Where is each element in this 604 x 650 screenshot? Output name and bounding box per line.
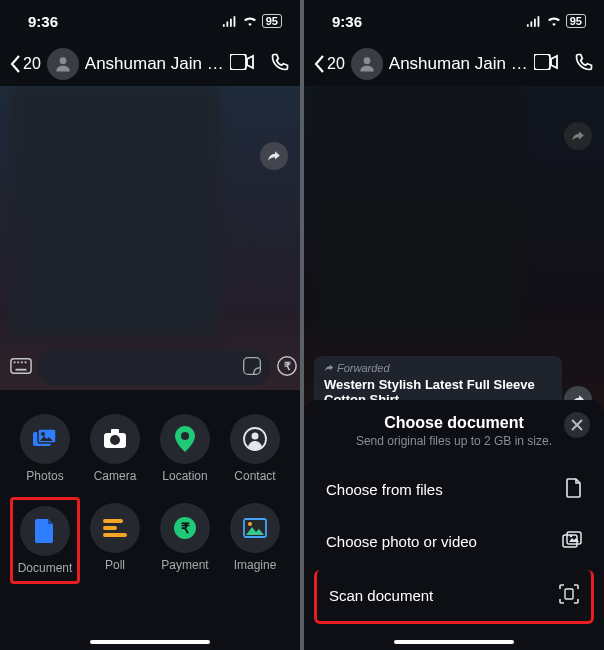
svg-rect-7 xyxy=(16,369,27,371)
sticker-icon[interactable] xyxy=(242,356,262,380)
attach-camera-label: Camera xyxy=(94,469,137,483)
forward-button[interactable] xyxy=(260,142,288,170)
svg-point-23 xyxy=(252,433,259,440)
message-input[interactable] xyxy=(46,360,236,377)
option-scan-document[interactable]: Scan document xyxy=(314,570,594,624)
keyboard-icon[interactable] xyxy=(10,357,32,379)
attach-contact[interactable]: Contact xyxy=(220,408,290,489)
status-right: 95 xyxy=(222,13,282,30)
battery-status: 95 xyxy=(566,14,586,28)
chat-header: 20 Anshuman Jain (My... xyxy=(304,42,604,86)
phone-screenshot-right: 9:36 95 20 Anshuman Jain (My... xyxy=(304,0,604,650)
attach-location-label: Location xyxy=(162,469,207,483)
document-sheet: Choose document Send original files up t… xyxy=(304,400,604,650)
svg-rect-32 xyxy=(534,54,550,70)
svg-rect-8 xyxy=(244,358,261,375)
rupee-icon[interactable]: ₹ xyxy=(276,355,298,381)
svg-rect-6 xyxy=(25,361,27,363)
svg-rect-4 xyxy=(17,361,19,363)
avatar[interactable] xyxy=(351,48,383,80)
video-call-icon[interactable] xyxy=(230,54,254,74)
message-composer[interactable] xyxy=(38,350,270,386)
voice-call-icon[interactable] xyxy=(574,52,594,76)
attach-photos[interactable]: Photos xyxy=(10,408,80,489)
chat-header: 20 Anshuman Jain (My... xyxy=(0,42,300,86)
svg-rect-36 xyxy=(565,589,573,599)
attachment-panel: Photos Camera Location Contact Document xyxy=(0,390,300,650)
gallery-icon xyxy=(562,531,582,552)
attach-location[interactable]: Location xyxy=(150,408,220,489)
chat-name[interactable]: Anshuman Jain (My... xyxy=(389,54,528,74)
attach-payment[interactable]: ₹ Payment xyxy=(150,497,220,584)
status-time: 9:36 xyxy=(28,13,58,30)
chat-name[interactable]: Anshuman Jain (My... xyxy=(85,54,224,74)
scan-icon xyxy=(559,584,579,607)
svg-point-31 xyxy=(363,57,370,64)
battery-level: 95 xyxy=(566,14,586,28)
battery-level: 95 xyxy=(262,14,282,28)
svg-rect-24 xyxy=(103,519,123,523)
message-bubble-blurred xyxy=(10,88,220,338)
home-indicator[interactable] xyxy=(90,640,210,644)
svg-rect-3 xyxy=(14,361,16,363)
back-button[interactable]: 20 xyxy=(10,55,41,73)
option-label: Scan document xyxy=(329,587,433,604)
svg-text:₹: ₹ xyxy=(284,360,291,372)
attach-contact-label: Contact xyxy=(234,469,275,483)
battery-status: 95 xyxy=(262,14,282,28)
chat-body: ₹ Photos Camera L xyxy=(0,86,300,650)
input-row: ₹ xyxy=(0,346,300,390)
svg-point-0 xyxy=(59,57,66,64)
svg-point-19 xyxy=(110,435,120,445)
attach-poll-label: Poll xyxy=(105,558,125,572)
svg-rect-20 xyxy=(111,429,119,434)
svg-point-17 xyxy=(41,432,45,436)
option-choose-files[interactable]: Choose from files xyxy=(314,464,594,515)
back-button[interactable]: 20 xyxy=(314,55,345,73)
chat-body: Forwarded Western Stylish Latest Full Sl… xyxy=(304,86,604,650)
svg-text:₹: ₹ xyxy=(181,520,190,536)
svg-rect-2 xyxy=(11,359,31,374)
option-label: Choose photo or video xyxy=(326,533,477,550)
svg-rect-1 xyxy=(230,54,246,70)
wifi-icon xyxy=(242,13,258,30)
status-time: 9:36 xyxy=(332,13,362,30)
file-icon xyxy=(566,478,582,501)
svg-point-35 xyxy=(570,535,573,538)
attach-photos-label: Photos xyxy=(26,469,63,483)
wifi-icon xyxy=(546,13,562,30)
close-button[interactable] xyxy=(564,412,590,438)
back-count: 20 xyxy=(327,55,345,73)
sheet-title: Choose document xyxy=(314,414,594,432)
avatar[interactable] xyxy=(47,48,79,80)
svg-rect-25 xyxy=(103,526,117,530)
svg-point-30 xyxy=(248,522,252,526)
sheet-subtitle: Send original files up to 2 GB in size. xyxy=(314,434,594,448)
svg-point-21 xyxy=(181,432,189,440)
video-call-icon[interactable] xyxy=(534,54,558,74)
forwarded-label: Forwarded xyxy=(324,362,552,374)
svg-rect-5 xyxy=(21,361,23,363)
attach-payment-label: Payment xyxy=(161,558,208,572)
attach-poll[interactable]: Poll xyxy=(80,497,150,584)
status-right: 95 xyxy=(526,13,586,30)
svg-rect-26 xyxy=(103,533,127,537)
status-bar: 9:36 95 xyxy=(0,0,300,42)
phone-screenshot-left: 9:36 95 20 Anshuman Jain (My... xyxy=(0,0,300,650)
voice-call-icon[interactable] xyxy=(270,52,290,76)
signal-icon xyxy=(526,13,542,30)
attach-document[interactable]: Document xyxy=(10,497,80,584)
option-label: Choose from files xyxy=(326,481,443,498)
attach-document-label: Document xyxy=(18,561,73,575)
back-count: 20 xyxy=(23,55,41,73)
attach-imagine-label: Imagine xyxy=(234,558,277,572)
attach-camera[interactable]: Camera xyxy=(80,408,150,489)
svg-rect-34 xyxy=(567,532,581,544)
attach-imagine[interactable]: Imagine xyxy=(220,497,290,584)
option-choose-photo[interactable]: Choose photo or video xyxy=(314,517,594,566)
status-bar: 9:36 95 xyxy=(304,0,604,42)
signal-icon xyxy=(222,13,238,30)
home-indicator[interactable] xyxy=(394,640,514,644)
